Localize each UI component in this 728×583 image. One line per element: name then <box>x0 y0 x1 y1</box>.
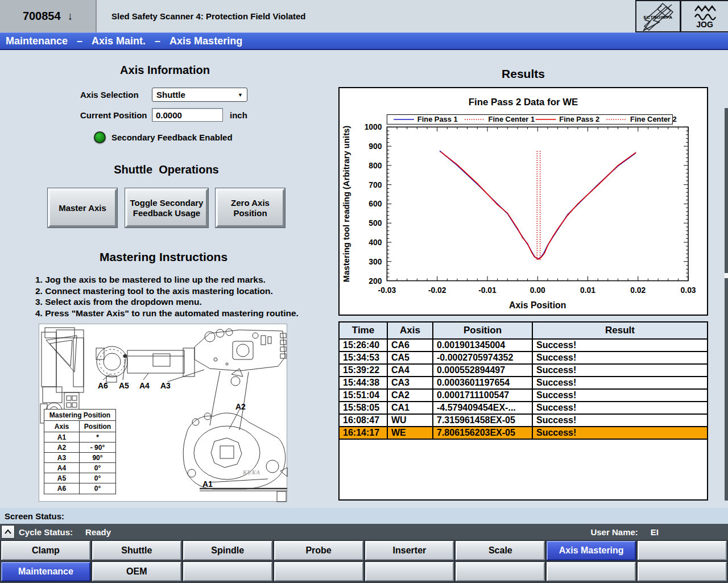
robot-diagram: A1 A2 A3 A4 A5 A6 KUKA Mastering Positio… <box>39 324 287 502</box>
results-table-body: 15:26:40CA60.001901345004Success!15:34:5… <box>340 340 707 440</box>
instructions-list: 1. Jog the axis to be mastered to line u… <box>35 274 308 319</box>
mastering-position-row: A50° <box>44 473 115 483</box>
table-row[interactable]: 16:14:17WE7.806156203EX-05Success! <box>340 427 707 440</box>
svg-text:Fine Pass 2: Fine Pass 2 <box>559 115 599 123</box>
table-row[interactable]: 15:44:38CA30.0003601197654Success! <box>340 377 707 390</box>
screen-status-label: Screen Status: <box>5 511 64 521</box>
svg-text:0.00: 0.00 <box>530 286 545 295</box>
table-row[interactable]: 15:26:40CA60.001901345004Success! <box>340 340 707 352</box>
svg-text:200: 200 <box>369 276 382 286</box>
breadcrumb-item: Maintenance <box>6 35 68 47</box>
mastering-position-row: A390° <box>44 453 115 463</box>
electroimpact-logo: ECTROIMPA <box>635 0 681 32</box>
vertical-scrollbar[interactable] <box>725 108 728 501</box>
logo-text: ECTROIMPA <box>637 15 679 20</box>
softkey-axis-mastering[interactable]: Axis Mastering <box>547 541 636 560</box>
svg-text:Fine Center 1: Fine Center 1 <box>489 115 535 123</box>
softkey-empty <box>456 562 545 581</box>
col-header-time: Time <box>340 322 388 338</box>
robot-axis-label-a5: A5 <box>119 381 129 390</box>
breadcrumb-item: Axis Mastering <box>169 35 242 47</box>
svg-text:800: 800 <box>369 161 382 170</box>
softkey-shuttle[interactable]: Shuttle <box>92 541 181 560</box>
secondary-feedback-label: Secondary Feedback Enabled <box>111 133 233 142</box>
col-header-position: Position <box>433 322 533 338</box>
chevron-down-icon: ▼ <box>238 92 243 98</box>
svg-text:500: 500 <box>369 218 382 228</box>
softkey-empty <box>638 562 727 581</box>
mastering-position-table-body: A1*A2- 90°A390°A40°A50°A60° <box>44 432 115 494</box>
col-header-axis: Axis <box>388 322 433 338</box>
breadcrumb: Maintenance–Axis Maint.–Axis Mastering <box>0 32 728 50</box>
alarm-message: Sled Safety Scanner 4: Protection Field … <box>97 0 635 32</box>
svg-text:0.01: 0.01 <box>580 286 595 295</box>
svg-text:1000: 1000 <box>365 122 382 131</box>
jog-button[interactable]: JOG <box>680 0 728 32</box>
current-position-input[interactable]: 0.0000 <box>152 108 223 122</box>
svg-text:-0.02: -0.02 <box>428 286 446 295</box>
axis-selection-label: Axis Selection <box>80 90 139 100</box>
softkey-spindle[interactable]: Spindle <box>183 541 272 560</box>
table-row[interactable]: 15:34:53CA5-0.0002705974352Success! <box>340 352 707 365</box>
down-arrow-icon: ↓ <box>68 10 73 23</box>
secondary-feedback-led <box>94 131 106 143</box>
svg-text:Fine Pass 2 Data for WE: Fine Pass 2 Data for WE <box>469 97 578 107</box>
header-bar: 700854 ↓ Sled Safety Scanner 4: Protecti… <box>0 0 728 32</box>
master-axis-button[interactable]: Master Axis <box>48 188 117 228</box>
table-row[interactable]: 15:58:05CA1-4.579409454EX-...Success! <box>340 402 707 415</box>
current-position-label: Current Position <box>80 110 147 120</box>
mastering-instructions-title: Mastering Instructions <box>80 250 247 264</box>
axis-selection-value: Shuttle <box>156 90 185 100</box>
softkey-empty <box>183 562 272 581</box>
cycle-status-label: Cycle Status: <box>19 527 73 537</box>
softkey-probe[interactable]: Probe <box>274 541 363 560</box>
softkey-scale[interactable]: Scale <box>456 541 545 560</box>
axis-selection-dropdown[interactable]: Shuttle ▼ <box>152 88 247 102</box>
robot-axis-label-a3: A3 <box>160 381 171 390</box>
svg-text:700: 700 <box>369 180 382 189</box>
mastering-position-row: A60° <box>44 483 115 494</box>
robot-axis-label-a1: A1 <box>202 479 213 489</box>
results-chart-panel: -0.03-0.02-0.010.000.010.020.03200300400… <box>338 87 708 316</box>
mastering-position-row: A2- 90° <box>44 443 115 453</box>
svg-text:0.02: 0.02 <box>630 286 646 295</box>
screen-status-bar: Screen Status: <box>0 508 728 524</box>
jog-label: JOG <box>696 20 713 28</box>
svg-text:0.03: 0.03 <box>681 286 696 295</box>
results-table: Time Axis Position Result 15:26:40CA60.0… <box>338 321 708 501</box>
softkey-maintenance[interactable]: Maintenance <box>1 562 90 581</box>
results-title: Results <box>481 67 566 81</box>
position-unit-label: inch <box>230 110 247 120</box>
svg-text:300: 300 <box>369 257 382 266</box>
softkey-oem[interactable]: OEM <box>92 562 181 581</box>
mastering-position-table-title: Mastering Position <box>44 410 115 421</box>
table-row[interactable]: 15:51:04CA20.0001711100547Success! <box>340 390 707 402</box>
softkey-row-1: ClampShuttleSpindleProbeInserterScaleAxi… <box>0 541 728 560</box>
collapse-button[interactable] <box>1 525 15 539</box>
breadcrumb-separator: – <box>155 35 160 47</box>
col-header-result: Result <box>533 322 707 338</box>
cycle-status-bar: Cycle Status: Ready User Name: EI <box>0 524 728 540</box>
table-row[interactable]: 16:08:47WU7.315961458EX-05Success! <box>340 415 707 427</box>
softkey-clamp[interactable]: Clamp <box>1 541 90 560</box>
alarm-number-tab[interactable]: 700854 ↓ <box>0 0 97 32</box>
mastering-position-row: A1* <box>44 432 115 443</box>
operations-title: Shuttle Operations <box>85 163 247 176</box>
svg-text:600: 600 <box>369 199 382 208</box>
robot-axis-label-a4: A4 <box>139 381 150 390</box>
breadcrumb-item: Axis Maint. <box>92 35 146 47</box>
svg-text:Mastering tool reading (Arbitr: Mastering tool reading (Arbitrary units) <box>342 126 351 283</box>
toggle-secondary-feedback-button[interactable]: Toggle Secondary Feedback Usage <box>125 188 208 228</box>
results-chart-svg: -0.03-0.02-0.010.000.010.020.03200300400… <box>340 88 707 315</box>
table-row[interactable]: 15:39:22CA40.000552894497Success! <box>340 365 707 377</box>
softkey-inserter[interactable]: Inserter <box>365 541 454 560</box>
zero-axis-position-button[interactable]: Zero Axis Position <box>216 188 285 228</box>
svg-text:400: 400 <box>369 238 382 247</box>
robot-brand-label: KUKA <box>242 469 260 476</box>
breadcrumb-separator: – <box>77 35 82 47</box>
svg-text:Fine Center 2: Fine Center 2 <box>630 115 676 123</box>
scrollbar-thumb[interactable] <box>725 273 728 278</box>
chevron-up-icon <box>4 529 12 535</box>
cycle-status-value: Ready <box>85 527 111 537</box>
mastering-position-row: A40° <box>44 463 115 473</box>
